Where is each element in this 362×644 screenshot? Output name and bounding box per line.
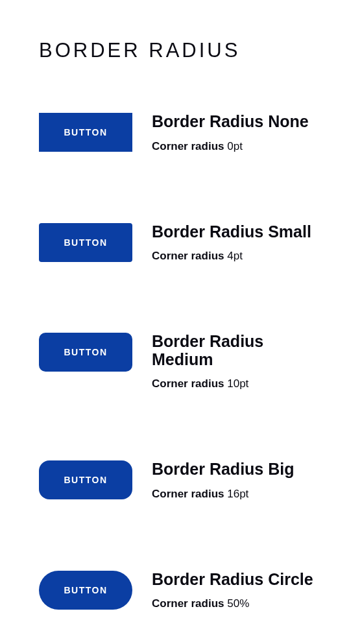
spec-info: Border Radius Small Corner radius 4pt xyxy=(152,223,311,263)
corner-radius-value: 50% xyxy=(227,597,249,610)
spec-title: Border Radius Circle xyxy=(152,571,313,589)
demo-button-big[interactable]: BUTTON xyxy=(39,460,132,499)
spec-title: Border Radius None xyxy=(152,113,309,131)
spec-title: Border Radius Small xyxy=(152,223,311,241)
spec-row-circle: BUTTON Border Radius Circle Corner radiu… xyxy=(39,571,323,611)
corner-radius-value: 16pt xyxy=(227,488,248,500)
spec-info: Border Radius Circle Corner radius 50% xyxy=(152,571,313,611)
corner-radius-value: 10pt xyxy=(227,377,248,390)
spec-title: Border Radius Medium xyxy=(152,333,323,368)
demo-button-none[interactable]: BUTTON xyxy=(39,113,132,152)
corner-radius-label: Corner radius xyxy=(152,140,224,152)
corner-radius-label: Corner radius xyxy=(152,250,224,262)
corner-radius-label: Corner radius xyxy=(152,488,224,500)
spec-row-none: BUTTON Border Radius None Corner radius … xyxy=(39,113,323,153)
spec-sub: Corner radius 4pt xyxy=(152,250,311,263)
spec-sub: Corner radius 10pt xyxy=(152,377,323,390)
corner-radius-value: 4pt xyxy=(227,250,243,262)
spec-row-big: BUTTON Border Radius Big Corner radius 1… xyxy=(39,460,323,501)
corner-radius-label: Corner radius xyxy=(152,377,224,390)
spec-info: Border Radius None Corner radius 0pt xyxy=(152,113,309,153)
spec-row-medium: BUTTON Border Radius Medium Corner radiu… xyxy=(39,333,323,390)
spec-sub: Corner radius 16pt xyxy=(152,488,294,501)
spec-sub: Corner radius 0pt xyxy=(152,140,309,153)
page-title: BORDER RADIUS xyxy=(39,39,323,62)
demo-button-medium[interactable]: BUTTON xyxy=(39,333,132,372)
spec-info: Border Radius Big Corner radius 16pt xyxy=(152,460,294,501)
corner-radius-label: Corner radius xyxy=(152,597,224,610)
corner-radius-value: 0pt xyxy=(227,140,243,152)
spec-sub: Corner radius 50% xyxy=(152,597,313,610)
spec-info: Border Radius Medium Corner radius 10pt xyxy=(152,333,323,390)
demo-button-small[interactable]: BUTTON xyxy=(39,223,132,262)
spec-title: Border Radius Big xyxy=(152,460,294,479)
spec-row-small: BUTTON Border Radius Small Corner radius… xyxy=(39,223,323,263)
demo-button-circle[interactable]: BUTTON xyxy=(39,571,132,610)
